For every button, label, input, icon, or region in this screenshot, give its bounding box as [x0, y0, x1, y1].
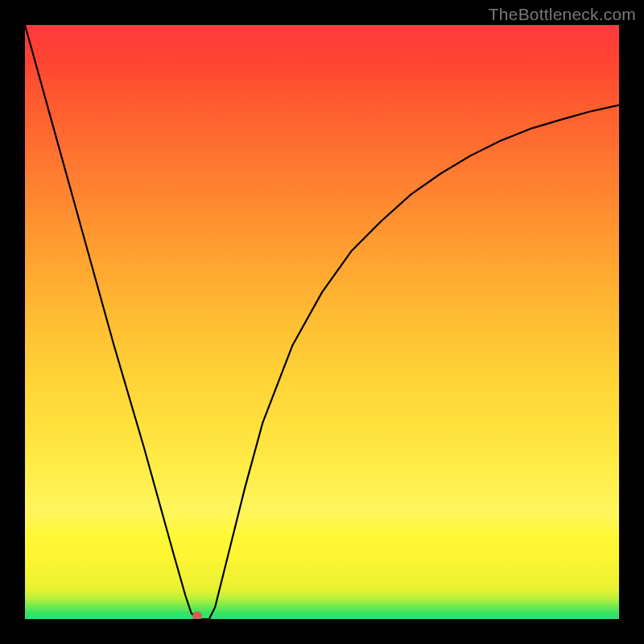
- optimal-point-marker: [192, 611, 202, 619]
- bottleneck-curve: [25, 25, 619, 619]
- chart-frame: TheBottleneck.com: [0, 0, 644, 644]
- plot-area: [25, 25, 619, 619]
- curve-svg: [25, 25, 619, 619]
- watermark-text: TheBottleneck.com: [489, 5, 636, 24]
